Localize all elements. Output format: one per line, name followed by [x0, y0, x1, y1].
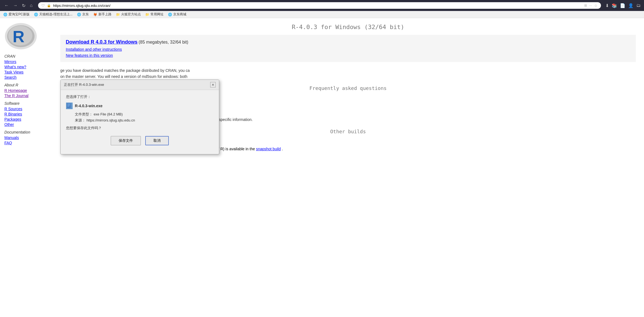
- svg-rect-7: [67, 106, 69, 106]
- dialog-close-button[interactable]: ×: [210, 82, 216, 87]
- dialog-body: 您选择了打开： R-4.0.3-win.exe 文件类型： exe File (…: [61, 90, 219, 154]
- cancel-button[interactable]: 取消: [145, 136, 169, 145]
- dialog-prompt: 您选择了打开：: [66, 94, 213, 99]
- dialog-file-source: 来源： https://mirrors.sjtug.sjtu.edu.cn: [75, 118, 213, 123]
- svg-rect-5: [67, 104, 70, 104]
- file-type-label: 文件类型：: [75, 112, 93, 116]
- dialog-titlebar: 正在打开 R-4.0.3-win.exe ×: [61, 80, 219, 90]
- file-type-value: exe File (84.2 MB): [94, 112, 123, 116]
- save-file-button[interactable]: 保存文件: [111, 136, 141, 145]
- dialog-overlay: 正在打开 R-4.0.3-win.exe × 您选择了打开： R-4.0.3-w…: [0, 0, 644, 316]
- dialog-file-row: R-4.0.3-win.exe: [66, 103, 213, 109]
- dialog-file-type: 文件类型： exe File (84.2 MB): [75, 112, 213, 117]
- file-open-dialog: 正在打开 R-4.0.3-win.exe × 您选择了打开： R-4.0.3-w…: [60, 80, 219, 154]
- dialog-buttons: 保存文件 取消: [66, 136, 213, 150]
- file-icon: [66, 103, 73, 109]
- dialog-save-prompt: 您想要保存此文件吗？: [66, 126, 213, 131]
- dialog-title: 正在打开 R-4.0.3-win.exe: [64, 82, 104, 87]
- svg-rect-6: [67, 105, 70, 105]
- source-label: 来源：: [75, 118, 86, 122]
- dialog-file-name: R-4.0.3-win.exe: [75, 104, 102, 108]
- source-value: https://mirrors.sjtug.sjtu.edu.cn: [87, 118, 135, 122]
